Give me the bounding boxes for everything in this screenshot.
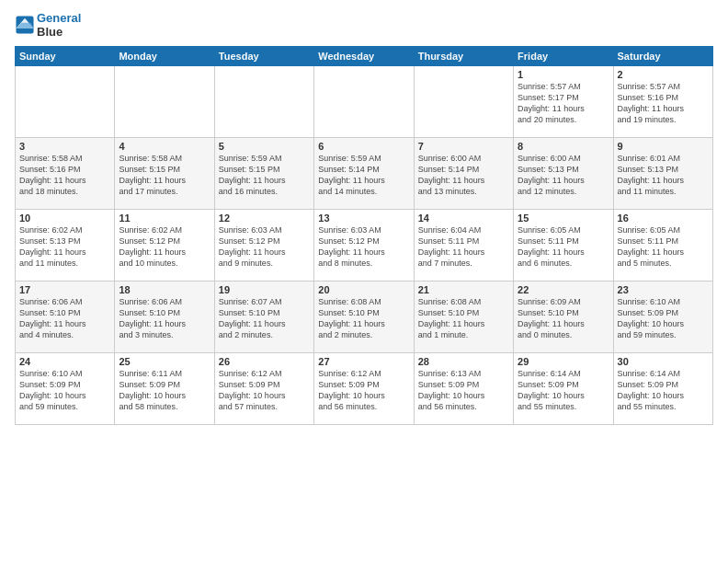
calendar-cell: 9Sunrise: 6:01 AM Sunset: 5:13 PM Daylig…: [613, 138, 712, 210]
calendar-cell: 12Sunrise: 6:03 AM Sunset: 5:12 PM Dayli…: [214, 210, 313, 282]
day-info: Sunrise: 6:05 AM Sunset: 5:11 PM Dayligh…: [618, 224, 709, 270]
day-info: Sunrise: 6:03 AM Sunset: 5:12 PM Dayligh…: [219, 224, 310, 270]
day-info: Sunrise: 6:13 AM Sunset: 5:09 PM Dayligh…: [418, 368, 509, 413]
day-number: 24: [19, 356, 110, 367]
calendar-cell: 20Sunrise: 6:08 AM Sunset: 5:10 PM Dayli…: [314, 282, 414, 353]
day-number: 4: [119, 141, 210, 152]
day-info: Sunrise: 5:58 AM Sunset: 5:16 PM Dayligh…: [19, 153, 110, 198]
weekday-header-monday: Monday: [115, 47, 214, 66]
calendar: SundayMondayTuesdayWednesdayThursdayFrid…: [15, 46, 713, 425]
weekday-header-row: SundayMondayTuesdayWednesdayThursdayFrid…: [16, 47, 713, 66]
day-info: Sunrise: 6:10 AM Sunset: 5:09 PM Dayligh…: [618, 296, 709, 341]
logo-icon: [15, 15, 35, 35]
calendar-cell: 30Sunrise: 6:14 AM Sunset: 5:09 PM Dayli…: [613, 353, 712, 425]
day-number: 11: [119, 213, 210, 224]
calendar-cell: 23Sunrise: 6:10 AM Sunset: 5:09 PM Dayli…: [613, 282, 712, 353]
calendar-cell: 22Sunrise: 6:09 AM Sunset: 5:10 PM Dayli…: [514, 282, 613, 353]
day-number: 10: [19, 213, 110, 224]
day-number: 7: [418, 141, 509, 152]
weekday-header-saturday: Saturday: [613, 47, 712, 66]
calendar-cell: 2Sunrise: 5:57 AM Sunset: 5:16 PM Daylig…: [613, 66, 712, 138]
day-number: 29: [518, 356, 609, 367]
day-number: 13: [318, 213, 409, 224]
day-info: Sunrise: 6:14 AM Sunset: 5:09 PM Dayligh…: [618, 368, 709, 413]
day-number: 28: [418, 356, 509, 367]
day-number: 3: [19, 141, 110, 152]
day-info: Sunrise: 6:08 AM Sunset: 5:10 PM Dayligh…: [318, 296, 409, 341]
day-info: Sunrise: 6:04 AM Sunset: 5:11 PM Dayligh…: [418, 224, 509, 270]
calendar-cell: 4Sunrise: 5:58 AM Sunset: 5:15 PM Daylig…: [115, 138, 214, 210]
calendar-cell: 3Sunrise: 5:58 AM Sunset: 5:16 PM Daylig…: [16, 138, 115, 210]
day-number: 23: [618, 284, 709, 295]
calendar-cell: 13Sunrise: 6:03 AM Sunset: 5:12 PM Dayli…: [314, 210, 414, 282]
day-info: Sunrise: 6:10 AM Sunset: 5:09 PM Dayligh…: [19, 368, 110, 413]
day-info: Sunrise: 6:08 AM Sunset: 5:10 PM Dayligh…: [418, 296, 509, 341]
calendar-cell: [16, 66, 115, 138]
day-number: 9: [618, 141, 709, 152]
day-number: 6: [318, 141, 409, 152]
day-info: Sunrise: 5:57 AM Sunset: 5:17 PM Dayligh…: [518, 81, 609, 126]
day-number: 17: [19, 284, 110, 295]
calendar-cell: 19Sunrise: 6:07 AM Sunset: 5:10 PM Dayli…: [214, 282, 313, 353]
day-info: Sunrise: 6:12 AM Sunset: 5:09 PM Dayligh…: [219, 368, 310, 413]
calendar-cell: 29Sunrise: 6:14 AM Sunset: 5:09 PM Dayli…: [514, 353, 613, 425]
calendar-cell: 14Sunrise: 6:04 AM Sunset: 5:11 PM Dayli…: [414, 210, 513, 282]
day-info: Sunrise: 6:02 AM Sunset: 5:13 PM Dayligh…: [19, 224, 110, 270]
calendar-cell: 28Sunrise: 6:13 AM Sunset: 5:09 PM Dayli…: [414, 353, 513, 425]
calendar-cell: 11Sunrise: 6:02 AM Sunset: 5:12 PM Dayli…: [115, 210, 214, 282]
day-number: 25: [119, 356, 210, 367]
day-number: 8: [518, 141, 609, 152]
day-number: 30: [618, 356, 709, 367]
day-info: Sunrise: 5:57 AM Sunset: 5:16 PM Dayligh…: [618, 81, 709, 126]
day-info: Sunrise: 6:07 AM Sunset: 5:10 PM Dayligh…: [219, 296, 310, 341]
logo-text: General Blue: [37, 11, 81, 39]
calendar-cell: 21Sunrise: 6:08 AM Sunset: 5:10 PM Dayli…: [414, 282, 513, 353]
calendar-cell: 1Sunrise: 5:57 AM Sunset: 5:17 PM Daylig…: [514, 66, 613, 138]
day-info: Sunrise: 5:59 AM Sunset: 5:14 PM Dayligh…: [318, 153, 409, 198]
calendar-cell: 25Sunrise: 6:11 AM Sunset: 5:09 PM Dayli…: [115, 353, 214, 425]
day-number: 19: [219, 284, 310, 295]
day-info: Sunrise: 6:02 AM Sunset: 5:12 PM Dayligh…: [119, 224, 210, 270]
weekday-header-wednesday: Wednesday: [314, 47, 414, 66]
day-number: 5: [219, 141, 310, 152]
day-info: Sunrise: 5:59 AM Sunset: 5:15 PM Dayligh…: [219, 153, 310, 198]
calendar-cell: [314, 66, 414, 138]
calendar-cell: [115, 66, 214, 138]
calendar-cell: [214, 66, 313, 138]
weekday-header-friday: Friday: [514, 47, 613, 66]
day-info: Sunrise: 6:05 AM Sunset: 5:11 PM Dayligh…: [518, 224, 609, 270]
calendar-cell: 26Sunrise: 6:12 AM Sunset: 5:09 PM Dayli…: [214, 353, 313, 425]
calendar-cell: 15Sunrise: 6:05 AM Sunset: 5:11 PM Dayli…: [514, 210, 613, 282]
day-info: Sunrise: 6:06 AM Sunset: 5:10 PM Dayligh…: [19, 296, 110, 341]
calendar-cell: 18Sunrise: 6:06 AM Sunset: 5:10 PM Dayli…: [115, 282, 214, 353]
day-number: 2: [618, 69, 709, 80]
header: General Blue: [15, 11, 713, 39]
day-number: 14: [418, 213, 509, 224]
weekday-header-sunday: Sunday: [16, 47, 115, 66]
calendar-cell: 10Sunrise: 6:02 AM Sunset: 5:13 PM Dayli…: [16, 210, 115, 282]
week-row-0: 1Sunrise: 5:57 AM Sunset: 5:17 PM Daylig…: [16, 66, 713, 138]
day-number: 12: [219, 213, 310, 224]
calendar-cell: 6Sunrise: 5:59 AM Sunset: 5:14 PM Daylig…: [314, 138, 414, 210]
calendar-cell: [414, 66, 513, 138]
calendar-cell: 27Sunrise: 6:12 AM Sunset: 5:09 PM Dayli…: [314, 353, 414, 425]
calendar-cell: 5Sunrise: 5:59 AM Sunset: 5:15 PM Daylig…: [214, 138, 313, 210]
day-info: Sunrise: 6:00 AM Sunset: 5:13 PM Dayligh…: [518, 153, 609, 198]
calendar-cell: 24Sunrise: 6:10 AM Sunset: 5:09 PM Dayli…: [16, 353, 115, 425]
week-row-1: 3Sunrise: 5:58 AM Sunset: 5:16 PM Daylig…: [16, 138, 713, 210]
day-info: Sunrise: 6:12 AM Sunset: 5:09 PM Dayligh…: [318, 368, 409, 413]
day-number: 15: [518, 213, 609, 224]
week-row-4: 24Sunrise: 6:10 AM Sunset: 5:09 PM Dayli…: [16, 353, 713, 425]
weekday-header-tuesday: Tuesday: [214, 47, 313, 66]
day-number: 22: [518, 284, 609, 295]
day-number: 26: [219, 356, 310, 367]
day-info: Sunrise: 5:58 AM Sunset: 5:15 PM Dayligh…: [119, 153, 210, 198]
calendar-cell: 17Sunrise: 6:06 AM Sunset: 5:10 PM Dayli…: [16, 282, 115, 353]
day-info: Sunrise: 6:03 AM Sunset: 5:12 PM Dayligh…: [318, 224, 409, 270]
calendar-cell: 16Sunrise: 6:05 AM Sunset: 5:11 PM Dayli…: [613, 210, 712, 282]
day-number: 16: [618, 213, 709, 224]
day-number: 27: [318, 356, 409, 367]
day-number: 21: [418, 284, 509, 295]
day-number: 18: [119, 284, 210, 295]
calendar-cell: 7Sunrise: 6:00 AM Sunset: 5:14 PM Daylig…: [414, 138, 513, 210]
